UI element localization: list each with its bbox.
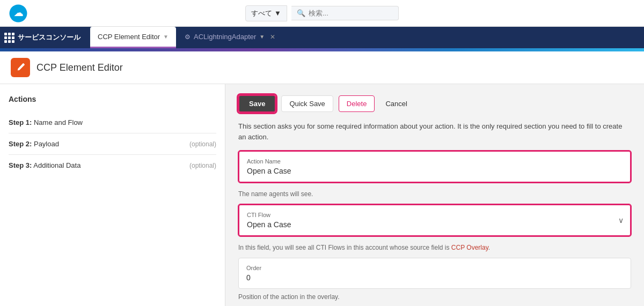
tab-close-icon[interactable]: ✕ — [270, 33, 275, 41]
grid-icon — [4, 33, 14, 43]
page-header: CCP Element Editor — [0, 51, 644, 84]
cti-flow-section: CTI Flow Open a Case ∨ — [238, 204, 631, 236]
action-name-label: Action Name — [247, 158, 623, 165]
action-name-hint: The name agents will see. — [238, 190, 631, 198]
tab-ac-adapter-icon: ⚙ — [185, 33, 191, 41]
save-button[interactable]: Save — [238, 95, 276, 113]
header-icon-wrap — [11, 58, 30, 77]
search-icon: 🔍 — [297, 9, 305, 17]
toolbar: Save Quick Save Delete Cancel — [238, 95, 631, 113]
step2-name: Payload — [34, 140, 59, 148]
search-area: すべて ▼ 🔍 — [245, 5, 399, 21]
app-name-area: サービスコンソール — [4, 27, 89, 48]
sidebar-title: Actions — [9, 95, 216, 103]
step2-optional: (optional) — [189, 140, 216, 148]
svg-text:☁: ☁ — [14, 8, 23, 17]
tab-ac-adapter[interactable]: ⚙ ACLightningAdapter ▼ ✕ — [177, 27, 283, 48]
chevron-down-icon: ▼ — [274, 9, 281, 17]
action-name-section: Action Name Open a Case — [238, 151, 631, 183]
search-scope-button[interactable]: すべて ▼ — [245, 5, 287, 21]
cti-flow-label: CTI Flow — [247, 212, 623, 218]
order-section: Order 0 — [238, 258, 631, 289]
tab-ccp-editor[interactable]: CCP Element Editor ▼ — [90, 27, 176, 48]
step1-name: Name and Flow — [34, 118, 83, 126]
step3-text: Step 3: Additional Data — [9, 161, 80, 169]
action-name-value[interactable]: Open a Case — [247, 167, 623, 175]
step2-label: Step 2: — [9, 140, 32, 148]
cancel-button[interactable]: Cancel — [380, 96, 412, 111]
sidebar-step-1[interactable]: Step 1: Name and Flow — [9, 112, 216, 133]
search-box: 🔍 — [291, 6, 399, 20]
main-content: Actions Step 1: Name and Flow Step 2: Pa… — [0, 84, 644, 306]
ccp-overlay-link-text: CCP Overlay — [451, 244, 488, 251]
cti-flow-hint-text1: In this field, you will see all CTI Flow… — [238, 244, 451, 251]
tab-ac-adapter-label: ACLightningAdapter — [194, 33, 256, 41]
delete-button[interactable]: Delete — [339, 95, 375, 112]
step2-text: Step 2: Payload — [9, 140, 59, 148]
order-value[interactable]: 0 — [246, 273, 623, 282]
page-title: CCP Element Editor — [36, 62, 123, 73]
search-scope-label: すべて — [251, 9, 272, 18]
top-navigation: ☁ すべて ▼ 🔍 — [0, 0, 644, 27]
sidebar: Actions Step 1: Name and Flow Step 2: Pa… — [0, 84, 225, 306]
pencil-icon — [15, 62, 26, 73]
cti-flow-value[interactable]: Open a Case — [247, 220, 623, 229]
search-input[interactable] — [309, 9, 394, 17]
step1-label: Step 1: — [9, 118, 32, 126]
step3-label: Step 3: — [9, 161, 32, 169]
right-panel: Save Quick Save Delete Cancel This secti… — [225, 84, 644, 306]
salesforce-logo: ☁ — [9, 4, 28, 23]
sidebar-step-3[interactable]: Step 3: Additional Data (optional) — [9, 155, 216, 176]
order-label: Order — [246, 265, 623, 271]
step1-text: Step 1: Name and Flow — [9, 118, 83, 126]
step3-optional: (optional) — [189, 162, 216, 169]
cti-flow-hint: In this field, you will see all CTI Flow… — [238, 244, 631, 251]
step3-name: Additional Data — [33, 161, 80, 169]
cti-flow-hint-text3: . — [488, 244, 490, 251]
chevron-down-icon: ∨ — [618, 216, 624, 225]
chevron-down-icon: ▼ — [259, 34, 265, 40]
ccp-overlay-link[interactable]: CCP Overlay — [451, 244, 488, 251]
tab-ccp-editor-label: CCP Element Editor — [98, 33, 160, 41]
chevron-down-icon: ▼ — [163, 34, 169, 40]
app-name-label: サービスコンソール — [18, 33, 80, 42]
info-text: This section asks you for some required … — [238, 121, 631, 142]
sidebar-step-2[interactable]: Step 2: Payload (optional) — [9, 133, 216, 155]
order-hint: Position of the action in the overlay. — [238, 293, 631, 301]
tab-bar: サービスコンソール CCP Element Editor ▼ ⚙ ACLight… — [0, 27, 644, 48]
quick-save-button[interactable]: Quick Save — [281, 95, 333, 112]
